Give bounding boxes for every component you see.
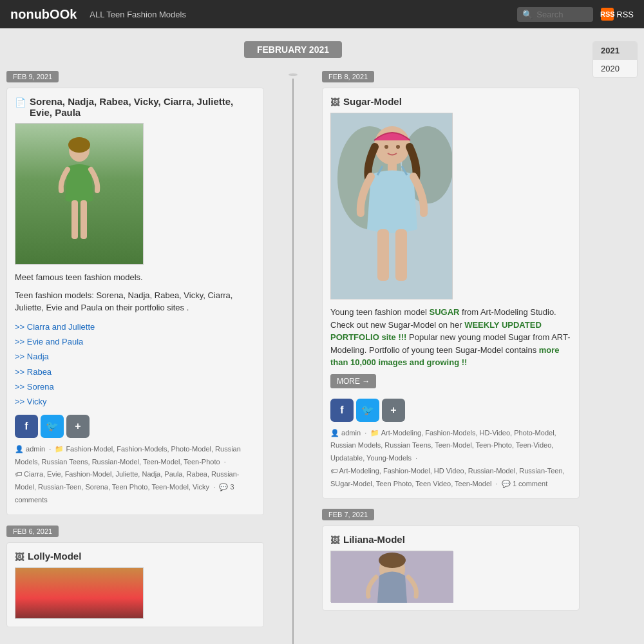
post-card-2: 🖼 Sugar-Model xyxy=(322,88,580,498)
sidebar-year-2021[interactable]: 2021 xyxy=(593,42,637,60)
date-post1: FEB 9, 2021 xyxy=(6,71,59,82)
post-icon-1: 📄 xyxy=(15,97,26,108)
meta-author-1[interactable]: admin xyxy=(26,445,45,453)
link-ciarra-juliette[interactable]: >> Ciarra and Juliette xyxy=(15,319,256,334)
svg-rect-3 xyxy=(80,200,87,239)
date-post2: FEB 8, 2021 xyxy=(322,71,374,82)
date-badge-post3: FEB 7, 2021 xyxy=(322,509,580,526)
timeline-center xyxy=(283,71,303,638)
post-title-4: 🖼 Lolly-Model xyxy=(15,551,256,562)
search-input[interactable] xyxy=(536,10,588,19)
date-badge-post2: FEB 8, 2021 xyxy=(322,71,580,88)
link-sorena[interactable]: >> Sorena xyxy=(15,379,256,394)
facebook-button-2[interactable]: f xyxy=(330,399,354,422)
share-button-2[interactable]: + xyxy=(382,399,405,422)
sidebar-year-2020[interactable]: 2020 xyxy=(593,60,637,77)
meta-tags-1: Ciarra, Evie, Fashion-Model, Juliette, N… xyxy=(15,470,240,491)
post-meta-2: 👤 admin · 📁 Art-Modeling, Fashion-Models… xyxy=(330,427,571,491)
post-body-1: Teen fashion models: Sorena, Nadja, Rabe… xyxy=(15,289,256,314)
meta-author-2[interactable]: admin xyxy=(341,429,361,437)
meta-category-icon-1: 📁 xyxy=(55,445,64,453)
link-evie-paula[interactable]: >> Evie and Paula xyxy=(15,334,256,349)
post-card-1: 📄 Sorena, Nadja, Rabea, Vicky, Ciarra, J… xyxy=(6,88,264,515)
girl-silhouette-1 xyxy=(53,136,105,252)
post-icon-3: 🖼 xyxy=(330,535,339,545)
site-header: nonubOOk ALL Teen Fashion Models 🔍 RSS R… xyxy=(0,0,644,28)
meta-tag-icon-2: 🏷 xyxy=(330,467,337,475)
twitter-button-1[interactable]: 🐦 xyxy=(41,415,64,438)
post-title-3: 🖼 Liliana-Model xyxy=(330,534,571,545)
post-image-3[interactable] xyxy=(330,551,453,602)
svg-point-13 xyxy=(384,145,388,149)
post-card-4: 🖼 Lolly-Model xyxy=(6,542,264,627)
meta-author-icon-2: 👤 xyxy=(330,429,339,437)
facebook-button-1[interactable]: f xyxy=(15,415,38,438)
sidebar: 2021 2020 xyxy=(586,28,644,644)
post-image-4[interactable] xyxy=(15,567,144,619)
meta-tag-icon-1: 🏷 xyxy=(15,470,22,478)
post-icon-4: 🖼 xyxy=(15,552,24,562)
post-text-before-2: Young teen fashion model xyxy=(330,307,429,317)
rss-label: RSS xyxy=(616,10,634,19)
svg-point-1 xyxy=(68,137,90,153)
post-image-1[interactable] xyxy=(15,123,144,265)
svg-rect-2 xyxy=(71,200,78,239)
rss-button[interactable]: RSS RSS xyxy=(601,8,634,21)
date-badge-post4: FEB 6, 2021 xyxy=(6,526,264,542)
timeline-dot-1 xyxy=(289,73,298,76)
meta-cats-1: Fashion-Model, Fashion-Models, Photo-Mod… xyxy=(15,445,241,466)
girl-silhouette-3 xyxy=(331,551,453,603)
svg-rect-12 xyxy=(395,229,407,281)
more-btn-wrapper-2: MORE → xyxy=(330,374,571,393)
svg-rect-11 xyxy=(377,229,389,281)
share-button-1[interactable]: + xyxy=(66,415,90,438)
site-subtitle: ALL Teen Fashion Models xyxy=(90,10,186,19)
svg-point-14 xyxy=(396,145,400,149)
search-box: 🔍 xyxy=(517,7,593,22)
social-buttons-1: f 🐦 + xyxy=(15,415,256,438)
svg-point-17 xyxy=(379,553,406,568)
post-meta-1: 👤 admin · 📁 Fashion-Model, Fashion-Model… xyxy=(15,443,256,507)
search-icon: 🔍 xyxy=(522,10,533,19)
site-title[interactable]: nonubOOk xyxy=(10,7,77,22)
content-area: FEBRUARY 2021 FEB 9, 2021 📄 Sorena, Nadj… xyxy=(0,28,586,644)
header-right: 🔍 RSS RSS xyxy=(517,7,634,22)
post-title-2: 🖼 Sugar-Model xyxy=(330,96,571,108)
timeline-right: FEB 8, 2021 🖼 Sugar-Model xyxy=(303,71,580,638)
date-post3: FEB 7, 2021 xyxy=(322,509,374,520)
month-header: FEBRUARY 2021 xyxy=(6,41,580,58)
sugar-link[interactable]: SUGAR xyxy=(429,307,459,317)
more-button-2[interactable]: MORE → xyxy=(330,374,376,388)
rss-icon: RSS xyxy=(601,8,614,21)
post-image-2[interactable] xyxy=(330,113,453,299)
post-icon-2: 🖼 xyxy=(330,97,339,108)
link-rabea[interactable]: >> Rabea xyxy=(15,365,256,379)
date-badge-post1: FEB 9, 2021 xyxy=(6,71,264,88)
meta-cats-2: Art-Modeling, Fashion-Models, HD-Video, … xyxy=(330,429,556,462)
timeline: FEB 9, 2021 📄 Sorena, Nadja, Rabea, Vick… xyxy=(6,71,580,638)
link-vicky[interactable]: >> Vicky xyxy=(15,394,256,409)
month-header-label: FEBRUARY 2021 xyxy=(244,41,342,58)
post-card-3: 🖼 Liliana-Model xyxy=(322,526,580,611)
main-container: FEBRUARY 2021 FEB 9, 2021 📄 Sorena, Nadj… xyxy=(0,28,644,644)
girl-silhouette-2 xyxy=(331,113,453,299)
twitter-button-2[interactable]: 🐦 xyxy=(356,399,379,422)
social-buttons-2: f 🐦 + xyxy=(330,399,571,422)
timeline-line xyxy=(292,79,294,644)
meta-comment-icon-2: 💬 xyxy=(502,480,511,488)
sidebar-year-box: 2021 2020 xyxy=(592,41,638,78)
post-intro-1: Meet famous teen fashion models. xyxy=(15,271,256,284)
post-title-1: 📄 Sorena, Nadja, Rabea, Vicky, Ciarra, J… xyxy=(15,96,256,118)
post-text-2: Young teen fashion model SUGAR from Art-… xyxy=(330,306,571,369)
meta-author-icon-1: 👤 xyxy=(15,445,24,453)
timeline-left: FEB 9, 2021 📄 Sorena, Nadja, Rabea, Vick… xyxy=(6,71,283,638)
meta-category-icon-2: 📁 xyxy=(370,429,379,437)
meta-comment-icon-1: 💬 xyxy=(219,483,228,491)
link-nadja[interactable]: >> Nadja xyxy=(15,349,256,364)
post-links-1: >> Ciarra and Juliette >> Evie and Paula… xyxy=(15,319,256,410)
date-post4: FEB 6, 2021 xyxy=(6,526,59,537)
meta-comments-2[interactable]: 1 comment xyxy=(513,480,547,488)
